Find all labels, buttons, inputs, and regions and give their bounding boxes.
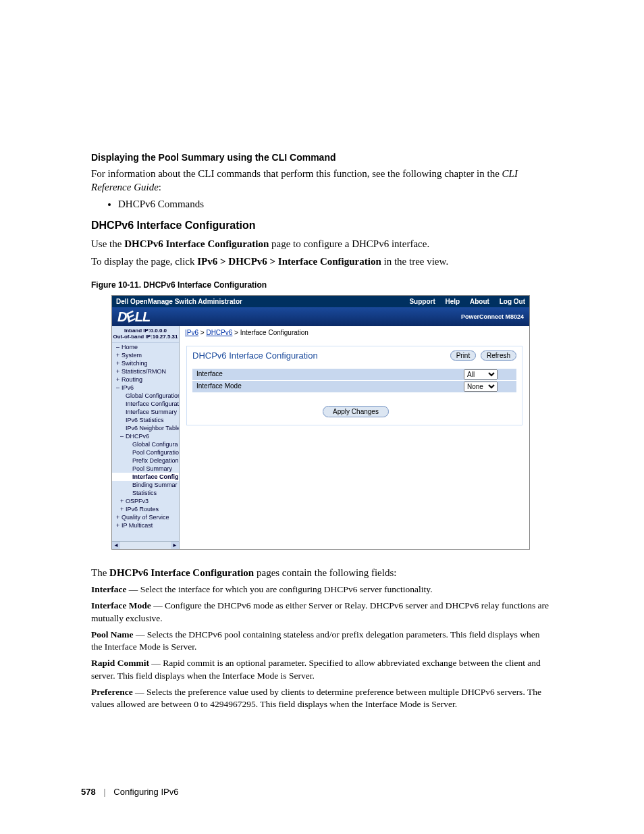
screenshot-body: Inband IP:0.0.0.0 Out-of-band IP:10.27.5… <box>112 326 529 549</box>
expand-icon[interactable]: + <box>120 498 126 504</box>
topbar-links: Support Help About Log Out <box>401 298 525 305</box>
expand-icon[interactable]: + <box>116 376 122 383</box>
crumb-ipv6[interactable]: IPv6 <box>185 329 198 336</box>
tree-label: Pool Summary <box>132 465 172 472</box>
panel-buttons: Print Refresh <box>448 352 516 359</box>
product-name: PowerConnect M8024 <box>461 313 524 320</box>
expand-icon[interactable]: + <box>116 514 122 521</box>
tree-label: IP Multicast <box>122 522 153 529</box>
tree-label: Global Configuration <box>126 392 180 399</box>
tree-node[interactable]: +OSPFv3 <box>112 497 179 505</box>
embedded-screenshot: Dell OpenManage Switch Administrator Sup… <box>111 295 530 550</box>
document-page: Displaying the Pool Summary using the CL… <box>0 0 644 834</box>
expand-icon[interactable]: + <box>116 360 122 367</box>
label-interface-mode: Interface Mode <box>192 381 462 392</box>
tree-node[interactable]: Global Configuration <box>112 392 179 400</box>
tree-node[interactable]: IPv6 Statistics <box>112 416 179 424</box>
link-help[interactable]: Help <box>446 298 460 305</box>
tree-label: Global Configura <box>132 441 178 448</box>
tree-node[interactable]: –IPv6 <box>112 384 179 392</box>
expand-icon[interactable]: – <box>116 384 122 391</box>
section-heading: DHCPv6 Interface Configuration <box>91 219 553 232</box>
field-name: Rapid Commit <box>91 658 149 668</box>
scrollbar[interactable]: ◄ ► <box>112 541 179 549</box>
tree-node[interactable]: +IPv6 Routes <box>112 505 179 513</box>
tree-label: Pool Configuratio <box>132 449 179 456</box>
tree-label: DHCPv6 <box>126 433 149 440</box>
apply-button[interactable]: Apply Changes <box>323 406 389 417</box>
tree-label: Statistics/RMON <box>122 368 166 375</box>
tree-node[interactable]: Pool Configuratio <box>112 448 179 457</box>
expand-icon[interactable]: + <box>120 506 126 513</box>
sidebar: Inband IP:0.0.0.0 Out-of-band IP:10.27.5… <box>112 326 180 549</box>
tree-node[interactable]: Interface Configurat <box>112 400 179 408</box>
app-title: Dell OpenManage Switch Administrator <box>116 298 242 305</box>
breadcrumb: IPv6 > DHCPv6 > Interface Configuration <box>180 326 529 339</box>
scroll-right-icon[interactable]: ► <box>171 542 179 549</box>
paragraph: Use the DHCPv6 Interface Configuration p… <box>91 237 553 251</box>
text: For information about the CLI commands t… <box>91 168 502 179</box>
list-item: DHCPv6 Commands <box>118 199 553 210</box>
tree-label: IPv6 Statistics <box>126 417 164 423</box>
tree-node[interactable]: –DHCPv6 <box>112 432 179 440</box>
link-support[interactable]: Support <box>409 298 435 305</box>
tree-node[interactable]: Prefix Delegation <box>112 457 179 465</box>
tree-node[interactable]: +Quality of Service <box>112 513 179 521</box>
select-interface-mode[interactable]: None <box>464 382 498 392</box>
crumb-current: Interface Configuration <box>240 329 308 336</box>
tree-node[interactable]: +System <box>112 351 179 359</box>
link-logout[interactable]: Log Out <box>500 298 525 305</box>
tree-node[interactable]: +IP Multicast <box>112 521 179 529</box>
tree-label: Interface Configurat <box>126 400 179 407</box>
row-interface: Interface All <box>192 369 516 381</box>
field-descriptions: Interface — Select the interface for whi… <box>91 583 553 710</box>
tree-label: Routing <box>122 376 142 383</box>
panel-title: DHCPv6 Interface Configuration <box>192 350 318 361</box>
field-text: — Select the interface for which you are… <box>126 584 432 594</box>
tree-node[interactable]: Global Configura <box>112 440 179 448</box>
link-about[interactable]: About <box>470 298 489 305</box>
tree-label: Quality of Service <box>122 514 169 521</box>
separator: | <box>103 787 105 797</box>
field-name: Pool Name <box>91 629 134 640</box>
crumb-dhcpv6[interactable]: DHCPv6 <box>206 329 232 336</box>
expand-icon[interactable]: + <box>116 368 122 375</box>
outofband-ip: Out-of-band IP:10.27.5.31 <box>112 334 179 340</box>
select-interface[interactable]: All <box>464 369 498 380</box>
tree-node[interactable]: +Switching <box>112 359 179 367</box>
field-name: Interface Mode <box>91 600 151 610</box>
ui-term: DHCPv6 Interface Configuration <box>109 567 254 578</box>
text: The <box>91 567 109 578</box>
tree-label: Binding Summar <box>132 481 178 488</box>
field-text: — Selects the preference value used by c… <box>91 687 541 709</box>
refresh-button[interactable]: Refresh <box>481 350 516 361</box>
paragraph: For information about the CLI commands t… <box>91 167 553 194</box>
print-button[interactable]: Print <box>450 350 477 361</box>
config-panel: DHCPv6 Interface Configuration Print Ref… <box>186 346 522 425</box>
field-description: Interface Mode — Configure the DHCPv6 mo… <box>91 600 553 624</box>
tree-node[interactable]: Interface Summary <box>112 408 179 416</box>
nav-path: IPv6 > DHCPv6 > Interface Configuration <box>197 256 381 267</box>
tree-node[interactable]: IPv6 Neighbor Table <box>112 424 179 432</box>
expand-icon[interactable]: + <box>116 352 122 359</box>
dell-logo: DELL <box>117 309 150 325</box>
tree-node[interactable]: Interface Config <box>112 473 179 481</box>
tree-node[interactable]: –Home <box>112 343 179 351</box>
tree-label: Prefix Delegation <box>132 457 179 464</box>
tree-node[interactable]: +Statistics/RMON <box>112 367 179 375</box>
expand-icon[interactable]: + <box>116 522 122 529</box>
ip-display: Inband IP:0.0.0.0 Out-of-band IP:10.27.5… <box>112 326 179 343</box>
tree-node[interactable]: Pool Summary <box>112 465 179 473</box>
field-name: Preference <box>91 687 133 697</box>
scroll-left-icon[interactable]: ◄ <box>112 542 120 549</box>
tree-node[interactable]: Binding Summar <box>112 481 179 489</box>
tree-label: System <box>122 352 142 359</box>
tree-node[interactable]: +Routing <box>112 375 179 384</box>
tree-label: Interface Config <box>132 473 179 480</box>
expand-icon[interactable]: – <box>120 433 126 440</box>
expand-icon[interactable]: – <box>116 344 122 350</box>
tree-node[interactable]: Statistics <box>112 489 179 497</box>
text: in the tree view. <box>381 256 448 267</box>
text: page to configure a DHCPv6 interface. <box>269 238 429 249</box>
label-interface: Interface <box>192 369 462 380</box>
